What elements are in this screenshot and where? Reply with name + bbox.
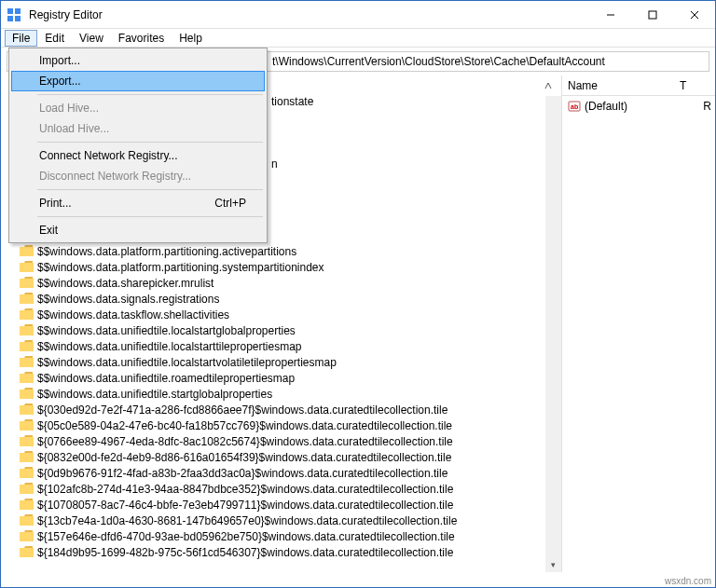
tree-item[interactable]: ${13cb7e4a-1d0a-4630-8681-147b649657e0}$… (1, 513, 561, 528)
folder-icon (20, 435, 34, 447)
menu-print[interactable]: Print...Ctrl+P (11, 193, 265, 213)
svg-rect-0 (7, 8, 13, 14)
folder-icon (20, 340, 34, 352)
tree-item-label: ${0766ee89-4967-4eda-8dfc-8ac1082c5674}$… (37, 435, 453, 448)
title-bar: Registry Editor (1, 1, 715, 29)
tree-item[interactable]: $$windows.data.unifiedtile.localstartvol… (1, 354, 561, 370)
tree-item[interactable]: ${184d9b95-1699-482b-975c-56f1cd546307}$… (1, 544, 561, 560)
folder-icon (20, 419, 34, 431)
menu-disconnect-network: Disconnect Network Registry... (11, 166, 265, 186)
tree-item[interactable]: $$windows.data.signals.registrations (1, 291, 561, 307)
value-name-label: (Default) (585, 100, 703, 113)
svg-text:ab: ab (571, 103, 578, 110)
value-type-label: R (703, 100, 713, 113)
tree-item-label: ${030ed92d-7e2f-471a-a286-fcd8866aee7f}$… (37, 403, 448, 417)
folder-icon (20, 546, 34, 558)
menu-view[interactable]: View (72, 30, 111, 47)
folder-icon (20, 261, 34, 273)
tree-item[interactable]: $$windows.data.platform.partitioning.sys… (1, 259, 561, 275)
tree-item-label: $$windows.data.unifiedtile.localstartglo… (37, 324, 296, 337)
tree-list[interactable]: $$windows.data.platform.partitioning.act… (1, 243, 561, 572)
tree-item[interactable]: $$windows.data.taskflow.shellactivities (1, 307, 561, 322)
tree-item-label: $$windows.data.unifiedtile.roamedtilepro… (37, 372, 295, 385)
folder-icon (20, 499, 34, 511)
menu-separator (37, 94, 263, 95)
tree-item[interactable]: $$windows.data.unifiedtile.startglobalpr… (1, 386, 561, 402)
svg-rect-1 (15, 8, 21, 14)
svg-rect-3 (15, 16, 21, 21)
svg-rect-2 (7, 16, 13, 21)
tree-item-label: ${05c0e589-04a2-47e6-bc40-fa18b57cc769}$… (37, 419, 452, 432)
tree-item[interactable]: ${0832e00d-fe2d-4eb9-8d86-616a01654f39}$… (1, 449, 561, 465)
tree-item-label: ${10708057-8ac7-46c4-bbfe-7e3eb4799711}$… (37, 499, 453, 512)
menu-exit[interactable]: Exit (11, 220, 265, 240)
string-value-icon: ab (568, 100, 581, 113)
folder-icon (20, 483, 34, 495)
folder-icon (20, 403, 34, 416)
tree-item-label: ${13cb7e4a-1d0a-4630-8681-147b649657e0}$… (37, 514, 457, 527)
tree-item-label: $$windows.data.taskflow.shellactivities (37, 308, 229, 321)
menu-import[interactable]: Import... (11, 50, 265, 71)
tree-item[interactable]: ${05c0e589-04a2-47e6-bc40-fa18b57cc769}$… (1, 417, 561, 433)
menu-connect-network[interactable]: Connect Network Registry... (11, 145, 265, 166)
tree-item[interactable]: $$windows.data.unifiedtile.localstarttil… (1, 338, 561, 354)
col-type[interactable]: T (674, 79, 692, 92)
folder-icon (20, 308, 34, 321)
tree-item[interactable]: $$windows.data.platform.partitioning.act… (1, 243, 561, 259)
menu-separator (37, 189, 263, 190)
menu-help[interactable]: Help (172, 30, 210, 47)
col-name[interactable]: Name (562, 79, 674, 92)
tree-item-label: ${0832e00d-fe2d-4eb9-8d86-616a01654f39}$… (37, 451, 451, 464)
menu-load-hive: Load Hive... (11, 98, 265, 118)
menu-export[interactable]: Export... (11, 71, 265, 91)
menu-file[interactable]: File (5, 30, 37, 47)
maximize-button[interactable] (631, 1, 673, 29)
value-row-default[interactable]: ab (Default) R (564, 98, 713, 114)
folder-icon (20, 324, 34, 336)
tree-item-label: ${0d9b9676-91f2-4fad-a83b-2faa3dd3ac0a}$… (37, 467, 448, 480)
tree-item[interactable]: ${157e646e-dfd6-470d-93ae-bd05962be750}$… (1, 528, 561, 544)
tree-item[interactable]: ${102afc8b-274d-41e3-94aa-8847bdbce352}$… (1, 481, 561, 497)
folder-icon (20, 530, 34, 542)
menu-favorites[interactable]: Favorites (111, 30, 172, 47)
tree-item[interactable]: ${0766ee89-4967-4eda-8dfc-8ac1082c5674}$… (1, 433, 561, 449)
menu-edit[interactable]: Edit (37, 30, 72, 47)
tree-item-label: $$windows.data.unifiedtile.startglobalpr… (37, 388, 272, 401)
folder-icon (20, 467, 34, 479)
scroll-up-icon[interactable] (545, 96, 561, 112)
tree-item-label: $$windows.data.sharepicker.mrulist (37, 277, 213, 290)
tree-item[interactable]: $$windows.data.unifiedtile.localstartglo… (1, 322, 561, 338)
folder-icon (20, 388, 34, 400)
tree-item-label: $$windows.data.platform.partitioning.act… (37, 245, 296, 258)
folder-icon (20, 293, 34, 305)
value-column-headers: Name T (562, 75, 715, 96)
window-controls (589, 1, 715, 29)
menu-bar: File Edit View Favorites Help (1, 29, 715, 48)
tree-item-label: $$windows.data.platform.partitioning.sys… (37, 261, 324, 274)
tree-item[interactable]: ${030ed92d-7e2f-471a-a286-fcd8866aee7f}$… (1, 402, 561, 417)
folder-icon (20, 372, 34, 384)
scroll-down-icon[interactable]: ▾ (545, 556, 561, 572)
folder-icon (20, 356, 34, 368)
menu-unload-hive: Unload Hive... (11, 118, 265, 139)
tree-item-label: ${102afc8b-274d-41e3-94aa-8847bdbce352}$… (37, 483, 453, 496)
folder-icon (20, 245, 34, 257)
value-pane: Name T ab (Default) R (562, 75, 715, 572)
tree-item-label: $$windows.data.unifiedtile.localstartvol… (37, 356, 337, 369)
tree-item-label: ${157e646e-dfd6-470d-93ae-bd05962be750}$… (37, 530, 455, 543)
app-icon (7, 7, 21, 22)
scrollbar[interactable]: ▾ (545, 96, 561, 572)
watermark: wsxdn.com (665, 576, 711, 586)
tree-item[interactable]: ${0d9b9676-91f2-4fad-a83b-2faa3dd3ac0a}$… (1, 465, 561, 481)
tree-item-label: $$windows.data.unifiedtile.localstarttil… (37, 340, 302, 353)
tree-item-label: ${184d9b95-1699-482b-975c-56f1cd546307}$… (37, 546, 453, 559)
value-list: ab (Default) R (562, 96, 715, 116)
tree-item[interactable]: ${10708057-8ac7-46c4-bbfe-7e3eb4799711}$… (1, 497, 561, 513)
svg-rect-5 (649, 11, 656, 19)
window-title: Registry Editor (27, 8, 589, 21)
tree-item[interactable]: $$windows.data.unifiedtile.roamedtilepro… (1, 370, 561, 386)
close-button[interactable] (673, 1, 715, 29)
tree-item[interactable]: $$windows.data.sharepicker.mrulist (1, 275, 561, 291)
minimize-button[interactable] (589, 1, 631, 29)
menu-separator (37, 142, 263, 143)
